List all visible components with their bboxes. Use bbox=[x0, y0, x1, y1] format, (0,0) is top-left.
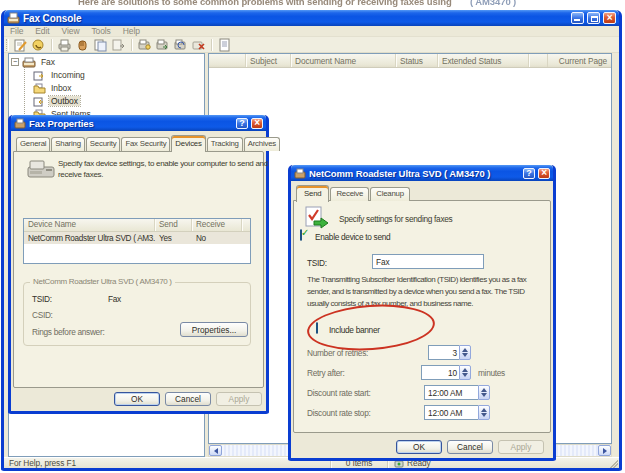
tab-general[interactable]: General bbox=[16, 137, 50, 151]
column-spacer bbox=[529, 54, 547, 67]
new-fax-icon[interactable] bbox=[12, 38, 29, 52]
tab-send[interactable]: Send bbox=[296, 185, 329, 202]
fax-root-icon bbox=[22, 57, 36, 68]
tsid-help-text: The Transmitting Subscriber Identificati… bbox=[307, 274, 526, 310]
tab-tracking[interactable]: Tracking bbox=[207, 137, 243, 151]
tree-item-fax-root[interactable]: − Fax bbox=[11, 56, 57, 68]
devices-tab-panel: Specify fax device settings, to enable y… bbox=[13, 151, 264, 388]
minimize-button[interactable] bbox=[571, 12, 584, 24]
column-current-page[interactable]: Current Page bbox=[547, 54, 611, 67]
inbox-folder-icon bbox=[33, 83, 46, 94]
spinner-arrows-icon[interactable] bbox=[459, 365, 471, 380]
pause-icon[interactable] bbox=[74, 38, 91, 52]
tree-label-incoming[interactable]: Incoming bbox=[49, 70, 87, 80]
toolbar-separator bbox=[211, 39, 212, 51]
send-column[interactable]: Send bbox=[155, 219, 192, 231]
scroll-right-button[interactable] bbox=[598, 445, 611, 456]
column-extended-status[interactable]: Extended Status bbox=[438, 54, 529, 67]
resend-icon[interactable] bbox=[172, 38, 189, 52]
menu-view[interactable]: View bbox=[56, 26, 86, 36]
retries-stepper[interactable]: 3 bbox=[428, 345, 471, 360]
device-row[interactable]: NetComm Roadster Ultra SVD ( AM3... Yes … bbox=[24, 232, 250, 244]
fax-properties-tabs: General Sharing Security Fax Security De… bbox=[16, 135, 281, 151]
copy-icon[interactable] bbox=[92, 38, 109, 52]
cancel-button[interactable]: Cancel bbox=[165, 392, 211, 406]
device-name-column[interactable]: Device Name bbox=[24, 219, 155, 231]
window-title: Fax Console bbox=[23, 13, 568, 24]
receive-column[interactable]: Receive bbox=[192, 219, 242, 231]
tab-security[interactable]: Security bbox=[86, 137, 121, 151]
device-properties-button[interactable]: Properties... bbox=[180, 322, 248, 337]
scroll-left-button[interactable] bbox=[209, 445, 222, 456]
tree-item-outbox[interactable]: Outbox bbox=[33, 95, 80, 107]
csid-label: CSID: bbox=[32, 310, 53, 320]
retry-after-stepper[interactable]: 10 bbox=[421, 365, 471, 380]
toolbar-separator bbox=[131, 39, 132, 51]
discount-stop-label: Discount rate stop: bbox=[307, 408, 370, 418]
tsid-input[interactable]: Fax bbox=[372, 254, 484, 269]
discount-start-time-picker[interactable]: 12:00 AM bbox=[424, 385, 490, 400]
tree-label-outbox[interactable]: Outbox bbox=[49, 96, 80, 106]
maximize-button[interactable] bbox=[587, 12, 600, 24]
device-dialog-titlebar[interactable]: NetComm Roadster Ultra SVD ( AM3470 ) ? … bbox=[291, 165, 553, 181]
tab-sharing[interactable]: Sharing bbox=[51, 137, 84, 151]
incoming-folder-icon bbox=[33, 70, 46, 81]
menu-edit[interactable]: Edit bbox=[29, 26, 55, 36]
scroll-right-icon bbox=[603, 448, 607, 454]
column-blank[interactable] bbox=[209, 54, 246, 67]
toolbar bbox=[4, 37, 619, 53]
spinner-arrows-icon[interactable] bbox=[478, 385, 490, 400]
tab-devices[interactable]: Devices bbox=[171, 135, 205, 152]
apply-button: Apply bbox=[216, 392, 262, 406]
receive-now-icon[interactable] bbox=[30, 38, 47, 52]
send-icon[interactable] bbox=[136, 38, 153, 52]
enable-device-checkbox[interactable] bbox=[300, 229, 302, 241]
tab-cleanup[interactable]: Cleanup bbox=[370, 187, 410, 201]
column-status[interactable]: Status bbox=[396, 54, 438, 67]
device-table-header: Device Name Send Receive bbox=[24, 219, 250, 232]
menu-help[interactable]: Help bbox=[117, 26, 146, 36]
devices-description: Specify fax device settings, to enable y… bbox=[58, 158, 268, 180]
fax-console-icon bbox=[7, 12, 20, 24]
fax-properties-titlebar[interactable]: Fax Properties ? × bbox=[11, 115, 266, 131]
menu-file[interactable]: File bbox=[4, 26, 29, 36]
forward-icon[interactable] bbox=[154, 38, 171, 52]
enable-device-label[interactable]: Enable device to send bbox=[315, 232, 390, 242]
dialog-button-row: OK Cancel Apply bbox=[291, 440, 553, 454]
discount-start-value: 12:00 AM bbox=[424, 385, 478, 400]
close-button[interactable]: × bbox=[603, 12, 616, 24]
tab-receive[interactable]: Receive bbox=[330, 187, 369, 201]
collapse-icon[interactable]: − bbox=[11, 58, 19, 66]
dialog-title: Fax Properties bbox=[29, 118, 233, 129]
help-button[interactable]: ? bbox=[236, 118, 248, 129]
close-button[interactable]: × bbox=[251, 118, 263, 129]
delete-icon[interactable] bbox=[190, 38, 207, 52]
background-page-strip: Here are solutions to some common proble… bbox=[0, 0, 625, 10]
details-icon[interactable] bbox=[216, 38, 233, 52]
help-button[interactable]: ? bbox=[523, 168, 535, 179]
column-document-name[interactable]: Document Name bbox=[291, 54, 396, 67]
tree-label-fax[interactable]: Fax bbox=[39, 57, 57, 67]
print-icon[interactable] bbox=[56, 38, 73, 52]
tree-item-incoming[interactable]: Incoming bbox=[33, 69, 87, 81]
close-button[interactable]: × bbox=[538, 168, 550, 179]
move-icon[interactable] bbox=[110, 38, 127, 52]
ok-button[interactable]: OK bbox=[114, 392, 160, 406]
retries-value: 3 bbox=[428, 345, 459, 360]
discount-stop-time-picker[interactable]: 12:00 AM bbox=[424, 405, 490, 420]
fax-console-titlebar[interactable]: Fax Console × bbox=[4, 10, 619, 26]
tree-item-inbox[interactable]: Inbox bbox=[33, 82, 73, 94]
device-table: Device Name Send Receive NetComm Roadste… bbox=[23, 218, 251, 264]
ok-button[interactable]: OK bbox=[396, 440, 442, 454]
tree-label-inbox[interactable]: Inbox bbox=[49, 83, 73, 93]
spinner-arrows-icon[interactable] bbox=[459, 345, 471, 360]
fax-properties-dialog: Fax Properties ? × General Sharing Secur… bbox=[8, 115, 269, 414]
toolbar-grip[interactable] bbox=[6, 39, 9, 51]
spinner-arrows-icon[interactable] bbox=[478, 405, 490, 420]
column-subject[interactable]: Subject bbox=[246, 54, 291, 67]
resize-grip[interactable] bbox=[609, 459, 618, 468]
cancel-button[interactable]: Cancel bbox=[447, 440, 493, 454]
menu-tools[interactable]: Tools bbox=[85, 26, 116, 36]
tab-fax-security[interactable]: Fax Security bbox=[121, 137, 170, 151]
tab-archives[interactable]: Archives bbox=[244, 137, 280, 151]
